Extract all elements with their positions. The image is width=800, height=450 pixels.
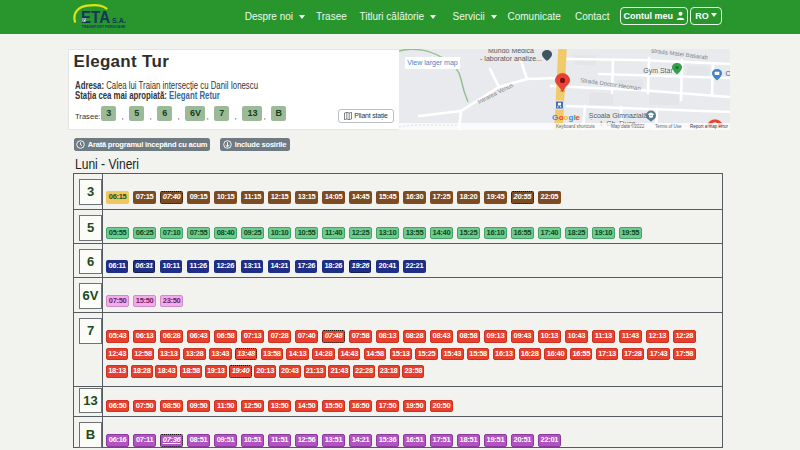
svg-text:Map data ©2022: Map data ©2022 bbox=[611, 123, 645, 129]
svg-text:Keyboard shortcuts: Keyboard shortcuts bbox=[556, 124, 596, 129]
svg-text:S.A.: S.A. bbox=[112, 17, 126, 24]
svg-text:View larger map: View larger map bbox=[407, 59, 458, 67]
svg-text:G: G bbox=[552, 113, 558, 122]
svg-text:ETA: ETA bbox=[81, 9, 110, 26]
svg-text:TRANSPORT PERSOANE: TRANSPORT PERSOANE bbox=[82, 25, 126, 29]
svg-text:Gym Star: Gym Star bbox=[643, 67, 673, 75]
svg-text:Terms of Use: Terms of Use bbox=[655, 124, 682, 129]
svg-text:- laborator analize...: - laborator analize... bbox=[480, 55, 542, 62]
svg-text:C: C bbox=[726, 70, 731, 77]
svg-text:Mundo Medica: Mundo Medica bbox=[488, 49, 534, 54]
svg-text:Report a map error: Report a map error bbox=[690, 124, 729, 129]
svg-text:e: e bbox=[576, 113, 581, 122]
